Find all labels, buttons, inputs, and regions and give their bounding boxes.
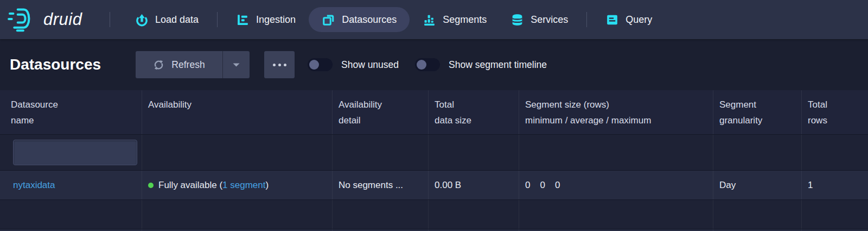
table-row: nytaxidata Fully available ( 1 segment )… (0, 171, 868, 200)
ingestion-chart-icon (236, 13, 250, 27)
table-header-row: Datasource name Availability Availabilit… (0, 90, 868, 135)
logo-wordmark: druid (43, 10, 82, 29)
segment-rows-max: 0 (555, 180, 560, 191)
cell-segment-granularity: Day (713, 171, 802, 199)
nav-item-datasources[interactable]: Datasources (309, 7, 410, 32)
nav-label: Segments (443, 14, 487, 26)
refresh-dropdown-button[interactable] (222, 51, 250, 78)
nav-item-query[interactable]: Query (595, 7, 663, 32)
top-navbar: druid Load data Ingestion (0, 0, 868, 39)
druid-console: druid Load data Ingestion (0, 0, 868, 231)
col-header-total-rows[interactable]: Total rows (802, 90, 868, 134)
segment-rows-min: 0 (525, 180, 530, 191)
nav-label: Ingestion (256, 14, 296, 26)
header-line: name (11, 113, 136, 128)
filter-row (0, 135, 868, 171)
header-line: Total (808, 97, 862, 113)
nav-divider (110, 12, 110, 27)
nav-label: Datasources (342, 14, 397, 26)
show-unused-toggle[interactable] (308, 58, 333, 71)
nav-label: Services (531, 14, 568, 26)
nav-divider (586, 12, 587, 27)
show-unused-label: Show unused (341, 59, 399, 71)
nav-item-load-data[interactable]: Load data (124, 7, 209, 32)
filter-cell (429, 135, 519, 170)
segment-rows-avg: 0 (540, 180, 545, 191)
nav-item-services[interactable]: Services (500, 7, 579, 32)
availability-text: ) (266, 180, 269, 191)
available-status-dot (148, 183, 154, 188)
toggle-knob (417, 60, 426, 70)
cell-segment-size-rows: 0 0 0 (519, 171, 713, 199)
caret-down-icon (232, 63, 240, 67)
query-editor-icon (605, 13, 619, 27)
more-options-button[interactable] (264, 51, 295, 78)
upload-arrow-icon (135, 13, 149, 27)
refresh-label: Refresh (171, 59, 205, 71)
header-line: minimum / average / maximum (525, 113, 707, 128)
show-segment-timeline-label: Show segment timeline (449, 59, 547, 71)
cell-total-data-size: 0.00 B (429, 171, 519, 199)
nav-item-ingestion[interactable]: Ingestion (225, 7, 307, 32)
filter-cell (713, 135, 802, 170)
empty-row (0, 200, 868, 229)
availability-text: Fully available ( (158, 180, 222, 191)
cell-availability: Fully available ( 1 segment ) (142, 171, 333, 199)
filter-cell (333, 135, 429, 170)
refresh-button[interactable]: Refresh (136, 51, 222, 78)
col-header-availability[interactable]: Availability (142, 90, 333, 134)
nav-label: Load data (155, 14, 199, 26)
more-options-icon (278, 64, 281, 66)
database-icon (510, 13, 524, 27)
nav-divider (217, 12, 218, 27)
header-line: detail (339, 113, 422, 128)
col-header-availability-detail[interactable]: Availability detail (333, 90, 429, 134)
header-line: granularity (719, 113, 795, 128)
col-header-total-data-size[interactable]: Total data size (429, 90, 519, 134)
col-header-datasource-name[interactable]: Datasource name (0, 90, 142, 134)
header-line: Datasource (11, 97, 136, 113)
bar-chart-icon (423, 13, 436, 27)
filter-cell (519, 135, 713, 170)
toggle-knob (309, 60, 319, 70)
nav-label: Query (626, 14, 652, 26)
segment-count-link[interactable]: 1 segment (222, 180, 265, 191)
nav-item-segments[interactable]: Segments (412, 7, 497, 32)
stacked-squares-icon (322, 13, 335, 27)
filter-cell (802, 135, 868, 170)
druid-logo-icon (8, 7, 37, 32)
view-control-bar: Datasources Refresh Show unused (0, 39, 868, 90)
page-title: Datasources (10, 56, 136, 73)
show-segment-timeline-toggle[interactable] (415, 58, 440, 71)
header-line: Availability (148, 97, 326, 113)
datasource-name-filter-input[interactable] (13, 140, 137, 165)
header-line: rows (808, 113, 862, 128)
cell-total-rows: 1 (802, 171, 868, 199)
header-line: Segment (719, 97, 795, 113)
header-line: Total (435, 97, 513, 113)
druid-logo[interactable]: druid (8, 7, 103, 32)
more-options-icon (284, 64, 286, 66)
datasource-link[interactable]: nytaxidata (13, 180, 55, 191)
filter-cell (0, 135, 142, 170)
col-header-segment-size-rows[interactable]: Segment size (rows) minimum / average / … (519, 90, 713, 134)
datasources-table: Datasource name Availability Availabilit… (0, 90, 868, 231)
header-line: Segment size (rows) (525, 97, 707, 113)
filter-cell (142, 135, 333, 170)
cell-datasource-name: nytaxidata (0, 171, 142, 199)
more-options-icon (273, 64, 276, 66)
header-line: Availability (339, 97, 422, 113)
header-line: data size (435, 113, 513, 128)
cell-availability-detail: No segments ... (333, 171, 429, 199)
refresh-icon (153, 59, 164, 71)
col-header-segment-granularity[interactable]: Segment granularity (713, 90, 802, 134)
